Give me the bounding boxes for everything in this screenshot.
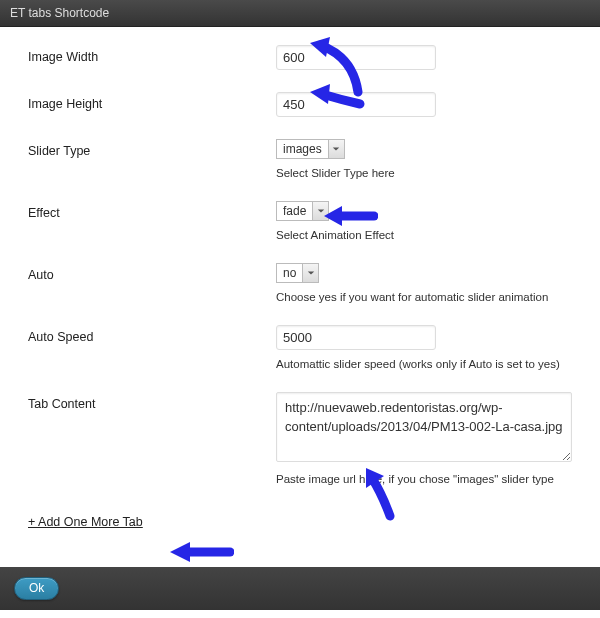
auto-speed-hint: Automattic slider speed (works only if A… xyxy=(276,358,578,370)
auto-hint: Choose yes if you want for automatic sli… xyxy=(276,291,578,303)
tab-content-textarea[interactable] xyxy=(276,392,572,462)
form-body: Image Width Image Height Slider Type ima… xyxy=(0,27,600,567)
slider-type-hint: Select Slider Type here xyxy=(276,167,578,179)
label-image-height: Image Height xyxy=(28,92,276,111)
ok-button[interactable]: Ok xyxy=(14,577,59,600)
dialog-title-text: ET tabs Shortcode xyxy=(10,6,109,20)
row-auto: Auto no Choose yes if you want for autom… xyxy=(28,263,578,303)
label-effect: Effect xyxy=(28,201,276,220)
chevron-down-icon xyxy=(302,264,318,282)
row-image-width: Image Width xyxy=(28,45,578,70)
row-auto-speed: Auto Speed Automattic slider speed (work… xyxy=(28,325,578,370)
image-width-input[interactable] xyxy=(276,45,436,70)
label-auto-speed: Auto Speed xyxy=(28,325,276,344)
label-tab-content: Tab Content xyxy=(28,392,276,411)
chevron-down-icon xyxy=(328,140,344,158)
label-slider-type: Slider Type xyxy=(28,139,276,158)
auto-speed-input[interactable] xyxy=(276,325,436,350)
effect-select[interactable]: fade xyxy=(276,201,329,221)
effect-hint: Select Animation Effect xyxy=(276,229,578,241)
row-image-height: Image Height xyxy=(28,92,578,117)
tab-content-hint: Paste image url here, if you chose "imag… xyxy=(276,473,578,485)
effect-value: fade xyxy=(277,202,312,220)
chevron-down-icon xyxy=(312,202,328,220)
row-effect: Effect fade Select Animation Effect xyxy=(28,201,578,241)
image-height-input[interactable] xyxy=(276,92,436,117)
dialog-footer: Ok xyxy=(0,567,600,610)
row-tab-content: Tab Content Paste image url here, if you… xyxy=(28,392,578,485)
auto-select[interactable]: no xyxy=(276,263,319,283)
label-auto: Auto xyxy=(28,263,276,282)
dialog-title: ET tabs Shortcode xyxy=(0,0,600,27)
auto-value: no xyxy=(277,264,302,282)
slider-type-select[interactable]: images xyxy=(276,139,345,159)
add-one-more-tab-link[interactable]: + Add One More Tab xyxy=(28,515,143,529)
slider-type-value: images xyxy=(277,140,328,158)
row-slider-type: Slider Type images Select Slider Type he… xyxy=(28,139,578,179)
label-image-width: Image Width xyxy=(28,45,276,64)
